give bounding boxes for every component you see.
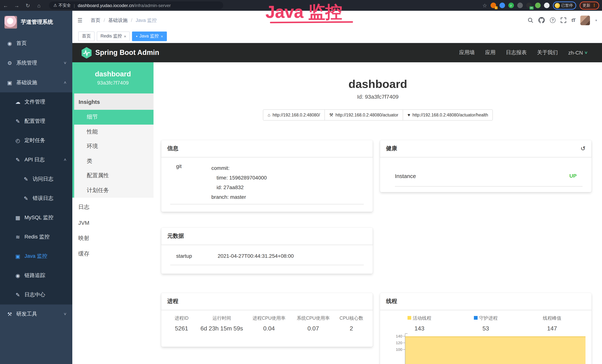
back-icon[interactable]: ← [0,2,11,8]
sba-locale-select[interactable]: zh-CN ˅ [568,50,587,56]
sba-instance-header[interactable]: dashboard 93a3fc7f7409 [72,62,153,94]
sba-menu-config-props[interactable]: 配置属性 [74,168,153,183]
log-icon: ✎ [23,176,29,182]
sidebar-item-home[interactable]: ◉ 首页 [0,33,72,53]
search-icon[interactable] [528,17,533,23]
sba-menu-mappings[interactable]: 映射 [72,230,153,246]
sidebar-item-tracing[interactable]: ◉ 链路追踪 [0,266,72,285]
sidebar-item-java-monitor[interactable]: ▣ Java 监控 [0,247,72,266]
actuator-url-button[interactable]: ⚒ http://192.168.0.2:48080/actuator [324,109,403,120]
extension-icon-dark[interactable]: on [526,3,532,8]
sba-nav-applications[interactable]: 应用 [485,49,495,56]
sba-menu-caches[interactable]: 缓存 [72,246,153,261]
url-host[interactable]: dashboard.yudao.iocoder.cn [78,3,134,8]
sidebar-item-api-log[interactable]: ✎ API 日志 ˄ [0,150,72,170]
process-table: 进程ID 5261 运行时间 6d 23h 15m 59s 进程CPU使用率 0… [166,315,367,332]
history-icon[interactable]: ↺ [580,145,585,152]
sidebar-item-system[interactable]: ⚙ 系统管理 ˅ [0,53,72,73]
tab-java-monitor[interactable]: ● Java 监控 × [132,31,167,41]
tab-close-icon[interactable]: × [161,34,163,38]
sba-insights-group: Insights 细节 性能 环境 类 配置属性 计划任务 [72,94,153,198]
sba-nav-journal[interactable]: 日志报表 [506,49,527,56]
health-instance-row[interactable]: Instance UP [395,173,577,179]
hamburger-icon[interactable]: ☰ [77,17,83,23]
threads-legend: 活动线程 143 守护进程 53 线程峰值 147 [385,315,586,332]
gear-icon: ⚙ [7,60,13,66]
app-logo-row[interactable]: 芋道管理系统 [0,11,72,33]
tab-home[interactable]: 首页 [78,31,95,41]
breadcrumb-current: Java 监控 [136,17,157,23]
github-icon[interactable] [538,17,545,23]
security-label[interactable]: 不安全 [59,3,71,8]
health-instance-label: Instance [395,173,416,179]
sba-menu-classes[interactable]: 类 [74,154,153,168]
tick-mark [403,349,405,350]
help-icon[interactable]: ? [550,17,556,23]
sba-menu-jvm[interactable]: JVM [72,215,153,230]
sidebar-item-dev-tools[interactable]: ⚒ 研发工具 ˅ [0,304,72,324]
extensions-puzzle-icon[interactable] [544,3,549,8]
extension-y-label: y [510,4,512,7]
breadcrumb-infra[interactable]: 基础设施 [108,17,128,23]
sidebar-item-redis-monitor[interactable]: ≋ Redis 监控 [0,227,72,247]
fullscreen-icon[interactable] [561,17,566,23]
tab-label: Redis 监控 [100,33,122,39]
tab-close-icon[interactable]: × [124,34,126,38]
process-col-sys-cpu: 系统CPU使用率 0.07 [291,315,335,332]
sidebar-item-error-log[interactable]: ✎ 错误日志 [0,189,72,208]
sidebar-item-infra[interactable]: ▣ 基础设施 ˄ [0,73,72,92]
sba-menu-scheduled-tasks[interactable]: 计划任务 [74,183,153,198]
extension-icon-pin[interactable] [499,3,505,8]
legend-peak-threads: 线程峰值 147 [518,315,586,332]
reload-icon[interactable]: ↻ [22,2,33,8]
sba-menu-details[interactable]: 细节 [74,110,153,124]
monitor-icon: ▣ [15,253,21,259]
process-col-uptime: 运行时间 6d 23h 15m 59s [197,315,247,332]
sba-nav-wallboard[interactable]: 应用墙 [459,49,475,56]
breadcrumb-separator: / [131,17,132,23]
bookmark-star-icon[interactable]: ☆ [483,2,487,8]
breadcrumb-separator: / [104,17,105,23]
health-url-button[interactable]: ♥ http://192.168.0.2:48080/actuator/heal… [403,109,493,120]
sidebar-item-access-log[interactable]: ✎ 访问日志 [0,170,72,189]
forward-icon[interactable]: → [11,2,22,8]
user-menu-caret-icon[interactable]: ▾ [595,18,597,22]
home-icon[interactable]: ⌂ [33,2,44,8]
browser-profile-button[interactable]: 已暂停 [553,1,576,10]
sba-menu-metrics[interactable]: 性能 [74,124,153,139]
browser-menu-icon[interactable]: ⋮ [592,3,596,8]
sidebar-item-log-center[interactable]: ✎ 日志中心 [0,285,72,304]
chrome-update-button[interactable]: 更新 ⋮ [580,1,599,10]
edit-icon: ✎ [15,118,21,124]
metadata-row-label: startup [176,253,192,259]
sidebar-item-mysql-monitor[interactable]: ▦ MySQL 监控 [0,208,72,227]
metadata-card-title: 元数据 [161,228,373,245]
sba-nav-about[interactable]: 关于我们 [537,49,558,56]
page-tabstrip: 首页 Redis 监控 × ● Java 监控 × [72,30,602,43]
sidebar-item-label: MySQL 监控 [24,214,54,221]
font-size-icon[interactable]: tT [571,17,575,23]
actuator-url-label: http://192.168.0.2:48080/actuator [335,113,398,117]
tab-redis-monitor[interactable]: Redis 监控 × [97,31,130,41]
health-card: 健康 ↺ Instance UP [380,140,591,192]
log-icon: ✎ [23,195,29,201]
sidebar-item-file-manage[interactable]: ☁ 文件管理 [0,92,72,112]
sidebar-item-label: 基础设施 [16,79,37,86]
url-path[interactable]: /infra/admin-server [134,3,171,8]
extension-icon-orange[interactable]: 1 [490,3,496,8]
breadcrumb-home[interactable]: 首页 [91,17,100,23]
sba-menu-logs[interactable]: 日志 [72,199,153,215]
extension-icon-green[interactable] [535,3,540,8]
extension-icon-grid[interactable] [517,3,523,8]
user-avatar[interactable] [580,15,590,25]
address-bar[interactable]: ⚠ 不安全 | dashboard.yudao.iocoder.cn/infra… [49,1,223,9]
service-url-button[interactable]: ⌂ http://192.168.0.2:48080/ [263,109,325,120]
sba-menu-environment[interactable]: 环境 [74,139,153,154]
sidebar-item-scheduled-jobs[interactable]: ◴ 定时任务 [0,131,72,150]
page-title: dashboard [153,77,602,91]
sba-brand[interactable]: Spring Boot Admin [82,47,159,58]
info-card: 信息 git commit: time: 1596289704000 id: 2… [161,140,373,212]
extension-icon-y[interactable]: y [508,3,514,8]
y-tick-140: 140 [387,334,402,338]
sidebar-item-config-manage[interactable]: ✎ 配置管理 [0,112,72,131]
